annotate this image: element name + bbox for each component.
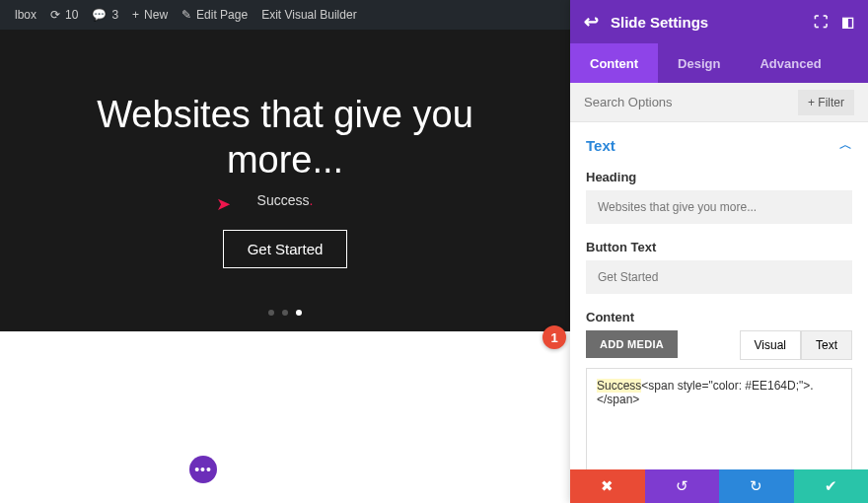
- toolbox-menu[interactable]: lbox: [8, 0, 43, 30]
- tab-design[interactable]: Design: [658, 43, 740, 83]
- panel-header: ↩ Slide Settings ⛶ ◧: [570, 0, 868, 43]
- refresh-button[interactable]: ⟳ 10: [43, 0, 85, 30]
- content-label: Content: [586, 310, 852, 324]
- editor-tab-text[interactable]: Text: [801, 330, 852, 360]
- discard-button[interactable]: ✖: [570, 469, 645, 503]
- editor-tab-visual[interactable]: Visual: [740, 330, 801, 360]
- heading-input[interactable]: [586, 190, 852, 224]
- panel-title: Slide Settings: [611, 14, 708, 31]
- heading-label: Heading: [586, 170, 852, 184]
- save-button[interactable]: ✔: [794, 469, 869, 503]
- back-icon[interactable]: ↩: [584, 11, 599, 33]
- page-canvas: [0, 331, 570, 503]
- panel-body: Text ︿ Heading Button Text Content ADD M…: [570, 122, 868, 469]
- editor-tabs: Visual Text: [740, 330, 852, 360]
- get-started-button[interactable]: Get Started: [223, 230, 348, 268]
- panel-search: + Filter: [570, 83, 868, 122]
- panel-footer: ✖ ↺ ↻ ✔: [570, 469, 868, 503]
- refresh-icon: ⟳: [50, 8, 60, 22]
- comment-icon: 💬: [92, 8, 107, 22]
- slider-dot-active[interactable]: [296, 310, 302, 316]
- search-input[interactable]: [584, 95, 798, 109]
- annotation-marker-1: 1: [542, 325, 566, 349]
- button-text-label: Button Text: [586, 240, 852, 254]
- button-text-input[interactable]: [586, 260, 852, 294]
- tab-content[interactable]: Content: [570, 43, 658, 83]
- edit-page-button[interactable]: ✎ Edit Page: [175, 0, 254, 30]
- slider-dot[interactable]: [268, 310, 274, 316]
- add-media-button[interactable]: ADD MEDIA: [586, 330, 678, 358]
- expand-icon[interactable]: ⛶: [814, 14, 828, 30]
- panel-tabs: Content Design Advanced: [570, 43, 868, 83]
- slider-dot[interactable]: [282, 310, 288, 316]
- undo-button[interactable]: ↺: [645, 469, 720, 503]
- plus-icon: +: [132, 8, 139, 22]
- builder-fab[interactable]: •••: [189, 456, 217, 483]
- filter-button[interactable]: + Filter: [798, 90, 854, 115]
- new-button[interactable]: + New: [125, 0, 175, 30]
- chevron-up-icon: ︿: [839, 136, 852, 154]
- slide-heading: Websites that give you more...: [97, 93, 473, 182]
- comments-button[interactable]: 💬 3: [85, 0, 125, 30]
- section-text-toggle[interactable]: Text ︿: [586, 136, 852, 154]
- redo-button[interactable]: ↻: [719, 469, 794, 503]
- exit-builder-button[interactable]: Exit Visual Builder: [254, 0, 364, 30]
- slide-preview: Websites that give you more... ➤ Success…: [0, 30, 570, 331]
- slide-subtext: ➤ Success.: [257, 192, 314, 208]
- snap-icon[interactable]: ◧: [841, 14, 854, 30]
- settings-panel: ↩ Slide Settings ⛶ ◧ Content Design Adva…: [570, 0, 868, 503]
- pencil-icon: ✎: [181, 8, 191, 22]
- plus-icon: +: [808, 96, 818, 109]
- slider-dots[interactable]: [268, 310, 302, 316]
- tab-advanced[interactable]: Advanced: [740, 43, 840, 83]
- pointer-arrow-icon: ➤: [216, 193, 231, 215]
- content-editor[interactable]: Success<span style="color: #EE164D;">.</…: [586, 368, 852, 469]
